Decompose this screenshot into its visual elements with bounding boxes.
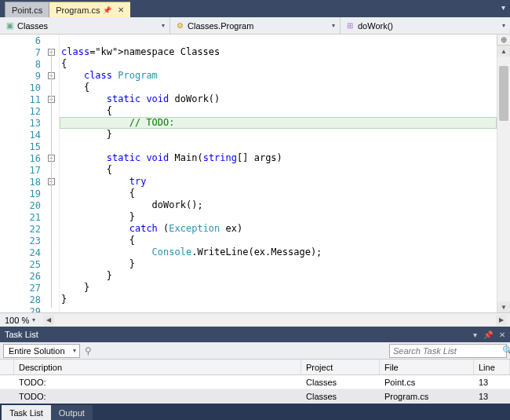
vertical-scrollbar[interactable]: ⊕ ▲ ▼ [497, 35, 510, 312]
chevron-down-icon: ▾ [502, 22, 505, 29]
scroll-thumb[interactable] [499, 66, 508, 121]
chevron-down-icon: ▾ [32, 316, 35, 323]
line-number: 23 [0, 235, 46, 247]
panel-menu-button[interactable]: ▾ [473, 331, 477, 339]
zoom-dropdown[interactable]: 100 % ▾ [0, 316, 40, 325]
class-icon: ⚙ [175, 21, 184, 31]
editor-status-bar: 100 % ▾ ◀ ▶ [0, 312, 510, 327]
code-line[interactable]: // TODO: [61, 117, 497, 129]
pin-icon[interactable]: 📌 [103, 6, 111, 14]
priority-cell [0, 389, 14, 403]
description-column-header[interactable]: Description [14, 360, 301, 374]
description-cell: TODO: [14, 389, 301, 403]
line-number: 7 [0, 46, 46, 58]
chevron-down-icon: ▾ [332, 22, 335, 29]
line-cell: 13 [474, 389, 510, 403]
code-line[interactable]: } [61, 258, 497, 270]
code-line[interactable]: } [61, 282, 497, 294]
code-line[interactable]: { [61, 58, 497, 70]
method-icon: ⊞ [345, 21, 355, 31]
pin-icon[interactable]: 📌 [483, 331, 493, 339]
line-number: 20 [0, 199, 46, 211]
priority-column-header[interactable] [0, 360, 14, 374]
panel-tab[interactable]: Task List [2, 405, 51, 420]
code-line[interactable]: try [61, 176, 497, 188]
line-number: 6 [0, 35, 46, 46]
file-column-header[interactable]: File [380, 360, 474, 374]
search-input[interactable] [393, 346, 502, 356]
code-line[interactable]: { [61, 188, 497, 199]
line-number: 14 [0, 129, 46, 141]
code-line[interactable]: } [61, 129, 497, 141]
line-number: 15 [0, 141, 46, 152]
task-header-row: Description Project File Line [0, 360, 510, 375]
description-cell: TODO: [14, 375, 301, 389]
code-line[interactable] [61, 35, 497, 46]
task-row[interactable]: TODO:ClassesProgram.cs13 [0, 389, 510, 404]
code-line[interactable]: Console.WriteLine(ex.Message); [61, 247, 497, 258]
close-icon[interactable]: ✕ [118, 5, 124, 14]
line-number: 11 [0, 93, 46, 105]
outline-column: −−−−− [46, 35, 60, 312]
project-column-header[interactable]: Project [301, 360, 380, 374]
code-line[interactable] [61, 141, 497, 152]
document-tab[interactable]: Point.cs [5, 2, 49, 17]
nav-class-label: Classes.Program [188, 21, 253, 31]
line-number: 17 [0, 164, 46, 176]
line-number: 27 [0, 282, 46, 294]
code-line[interactable]: static void Main(string[] args) [61, 152, 497, 164]
bottom-tab-row: Task ListOutput [0, 404, 510, 420]
nav-class-dropdown[interactable]: ⚙ Classes.Program ▾ [170, 17, 341, 34]
project-icon: ▣ [5, 21, 14, 31]
code-line[interactable]: { [61, 82, 497, 93]
filter-icon[interactable]: ⚲ [85, 345, 92, 356]
scroll-up-button[interactable]: ▲ [497, 46, 510, 57]
code-line[interactable]: } [61, 270, 497, 282]
nav-member-dropdown[interactable]: ⊞ doWork() ▾ [341, 17, 510, 34]
code-line[interactable]: { [61, 105, 497, 117]
tasklist-toolbar: Entire Solution ⚲ 🔍 ▾ [0, 342, 510, 360]
code-area[interactable]: class="kw">namespace Classes{ class Prog… [60, 35, 497, 312]
line-number: 19 [0, 188, 46, 199]
tab-menu-button[interactable]: ▾ [501, 3, 505, 12]
line-cell: 13 [474, 375, 510, 389]
line-number: 18 [0, 176, 46, 188]
code-editor[interactable]: 6789101112131415161718192021222324252627… [0, 35, 510, 312]
zoom-label: 100 % [5, 316, 29, 325]
code-line[interactable]: static void doWork() [61, 93, 497, 105]
nav-member-label: doWork() [358, 21, 393, 31]
code-line[interactable]: class="kw">namespace Classes [61, 46, 497, 58]
code-line[interactable]: class Program [61, 70, 497, 82]
scroll-down-button[interactable]: ▼ [497, 301, 510, 312]
line-number: 16 [0, 152, 46, 164]
line-column-header[interactable]: Line [474, 360, 510, 374]
code-line[interactable]: catch (Exception ex) [61, 223, 497, 235]
line-number: 12 [0, 105, 46, 117]
code-line[interactable]: { [61, 164, 497, 176]
code-line[interactable] [61, 305, 497, 312]
code-line[interactable]: doWork(); [61, 199, 497, 211]
horizontal-scrollbar[interactable]: ◀ ▶ [43, 315, 507, 326]
code-line[interactable]: } [61, 294, 497, 305]
code-line[interactable]: } [61, 211, 497, 223]
task-grid: Description Project File Line TODO:Class… [0, 360, 510, 404]
search-box[interactable]: 🔍 ▾ [389, 344, 507, 358]
line-number: 24 [0, 247, 46, 258]
document-tab[interactable]: Program.cs📌✕ [49, 2, 130, 17]
search-icon: 🔍 [502, 345, 510, 356]
scroll-right-button[interactable]: ▶ [496, 315, 507, 326]
panel-tab[interactable]: Output [51, 405, 93, 420]
line-number: 26 [0, 270, 46, 282]
scroll-left-button[interactable]: ◀ [43, 315, 54, 326]
line-number: 29 [0, 305, 46, 312]
code-nav-bar: ▣ Classes ▾ ⚙ Classes.Program ▾ ⊞ doWork… [0, 17, 510, 35]
document-tab-row: Point.csProgram.cs📌✕ ▾ [0, 0, 510, 17]
line-number-gutter: 6789101112131415161718192021222324252627… [0, 35, 46, 312]
nav-scope-dropdown[interactable]: ▣ Classes ▾ [0, 17, 170, 34]
close-icon[interactable]: ✕ [499, 331, 505, 339]
task-row[interactable]: TODO:ClassesPoint.cs13 [0, 375, 510, 389]
line-number: 28 [0, 294, 46, 305]
split-view-handle[interactable]: ⊕ [497, 35, 510, 46]
code-line[interactable]: { [61, 235, 497, 247]
scope-dropdown[interactable]: Entire Solution [3, 344, 80, 358]
